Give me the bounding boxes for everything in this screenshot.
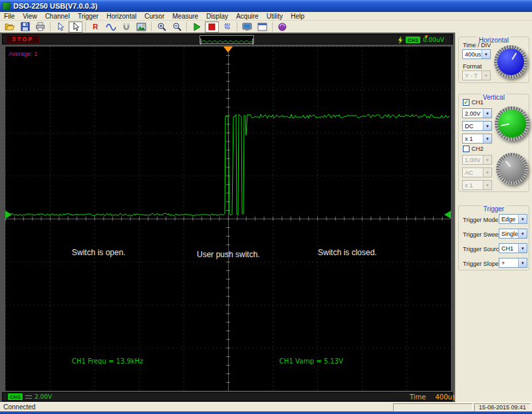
cursor-select-button[interactable] — [68, 21, 82, 33]
channel-voltsdiv-readout: CH1 2.00V — [8, 393, 52, 400]
toolbar-separator — [50, 22, 51, 31]
window-bottom-border — [0, 411, 532, 414]
trigger-level-marker-left[interactable] — [5, 211, 12, 219]
zoom-out-button[interactable] — [170, 21, 184, 33]
chevron-down-icon: ▼ — [483, 181, 491, 189]
fft-icon — [106, 23, 116, 31]
app-icon — [3, 2, 11, 10]
run-state-badge: STOP — [6, 35, 39, 43]
chevron-down-icon[interactable]: ▼ — [483, 122, 491, 130]
menu-cursor[interactable]: Cursor — [140, 13, 168, 20]
menu-utility[interactable]: Utility — [263, 13, 287, 20]
checkbox-checked-icon[interactable]: ✓ — [463, 99, 469, 106]
open-button[interactable] — [3, 21, 17, 33]
trigger-position-marker[interactable] — [223, 47, 233, 52]
annotation-switch-open: Switch is open. — [72, 248, 126, 257]
trigger-slope-select[interactable]: +▼ — [499, 258, 527, 268]
start-button[interactable] — [190, 21, 203, 33]
menu-help[interactable]: Help — [287, 13, 309, 20]
chevron-down-icon[interactable]: ▼ — [518, 244, 527, 253]
ch2-probe-select: x 1▼ — [462, 180, 492, 190]
chevron-down-icon[interactable]: ▼ — [518, 229, 527, 238]
ch1-label: CH1 — [471, 99, 483, 106]
dc-coupling-icon — [25, 395, 32, 399]
window-button[interactable] — [255, 21, 269, 33]
measurement-frequency: CH1 Frequ = 13.9kHz — [72, 358, 143, 365]
trigger-group: Trigger Trigger Mode Edge▼ Trigger Sweep… — [458, 205, 529, 270]
save-icon — [21, 22, 30, 31]
menu-horizontal[interactable]: Horizontal — [102, 13, 140, 20]
trigger-mode-label: Trigger Mode — [463, 217, 498, 223]
toolbar-separator — [237, 22, 237, 31]
timebase-readout: Time 400us — [410, 393, 456, 401]
control-panel: Horizontal Time / DIV 400us ▼ Format Y -… — [455, 33, 532, 402]
ch2-volts-select: 1.00V▼ — [462, 155, 492, 165]
workspace: STOP ▼ CH1 0.00uV Average: 1 — [0, 33, 532, 402]
chevron-down-icon[interactable]: ▼ — [518, 215, 527, 223]
trigger-group-title: Trigger — [481, 205, 506, 213]
menu-measure[interactable]: Measure — [168, 13, 202, 20]
menu-display[interactable]: Display — [202, 13, 232, 20]
preview-waveform-icon — [200, 38, 253, 45]
chevron-down-icon[interactable]: ▼ — [518, 259, 527, 267]
menu-channel[interactable]: Channel — [41, 13, 74, 20]
reference-wave-icon: R — [93, 23, 98, 31]
vertical-group: Vertical ✓ CH1 2.00V▼ DC▼ x 1▼ — [458, 94, 529, 192]
waveform-preview[interactable]: ▼ — [200, 35, 254, 44]
time-div-select[interactable]: 400us ▼ — [462, 49, 491, 59]
trigger-source-select[interactable]: CH1▼ — [499, 243, 527, 253]
chevron-down-icon[interactable]: ▼ — [481, 50, 490, 58]
display-icon — [242, 23, 252, 31]
ch1-coupling-select[interactable]: DC▼ — [462, 121, 492, 131]
menu-bar: File View Channel Trigger Horizontal Cur… — [0, 12, 532, 21]
menu-acquire[interactable]: Acquire — [232, 13, 263, 20]
toolbar: R AU TO — [0, 21, 532, 33]
chevron-down-icon[interactable]: ▼ — [483, 109, 491, 118]
zoom-in-button[interactable] — [154, 21, 168, 33]
cursor-arrow-icon — [56, 22, 65, 31]
ch1-volts-select[interactable]: 2.00V▼ — [462, 108, 492, 118]
trigger-sweep-select[interactable]: Single▼ — [499, 229, 527, 239]
stop-button[interactable] — [205, 21, 219, 33]
trigger-sweep-label: Trigger Sweep — [463, 231, 501, 238]
print-button[interactable] — [33, 21, 47, 33]
trigger-mode-select[interactable]: Edge▼ — [499, 214, 527, 224]
trigger-bolt-icon — [398, 37, 403, 44]
trigger-source-label: Trigger Source — [463, 246, 502, 253]
start-icon — [193, 23, 201, 31]
print-icon — [35, 22, 45, 31]
scope-status-top: STOP ▼ CH1 0.00uV — [2, 34, 453, 45]
ch2-label: CH2 — [471, 146, 483, 152]
status-cell-empty — [393, 403, 473, 411]
menu-file[interactable]: File — [0, 13, 19, 20]
datetime-status: 15-08-2015 09:41 — [474, 403, 531, 411]
fft-button[interactable] — [104, 21, 118, 33]
horizontal-knob[interactable] — [494, 45, 527, 78]
waveform-image-button[interactable] — [134, 21, 148, 33]
menu-view[interactable]: View — [19, 13, 41, 20]
autoset-button[interactable]: AU TO — [220, 21, 234, 33]
cursor-arrow-button[interactable] — [53, 21, 67, 33]
chevron-down-icon: ▼ — [483, 155, 491, 164]
display-button[interactable] — [240, 21, 254, 33]
checkbox-unchecked-icon[interactable] — [463, 146, 469, 152]
ch2-checkbox[interactable]: CH2 — [463, 146, 483, 152]
chevron-down-icon[interactable]: ▼ — [483, 134, 491, 143]
waveform-image-icon — [136, 23, 146, 31]
menu-trigger[interactable]: Trigger — [74, 13, 102, 20]
help-icon — [278, 23, 287, 31]
ch1-position-knob[interactable] — [495, 106, 529, 141]
horizontal-group: Horizontal Time / DIV 400us ▼ Format Y -… — [458, 37, 529, 83]
time-div-label: Time / DIV — [463, 42, 491, 49]
title-bar: DSO-2250 USB(V7.0.0.3) — [0, 0, 532, 12]
save-button[interactable] — [18, 21, 32, 33]
reference-wave-button[interactable]: R — [88, 21, 102, 33]
ch1-checkbox[interactable]: ✓ CH1 — [463, 99, 483, 106]
scope-display: Average: 1 Switch is open. User push swi… — [5, 47, 451, 391]
pass-fail-button[interactable] — [119, 21, 133, 33]
help-button[interactable] — [275, 21, 289, 33]
toolbar-separator — [272, 22, 273, 31]
trigger-level-marker-right[interactable] — [444, 211, 451, 219]
ch2-position-knob[interactable] — [496, 153, 528, 185]
ch1-probe-select[interactable]: x 1▼ — [462, 134, 492, 144]
